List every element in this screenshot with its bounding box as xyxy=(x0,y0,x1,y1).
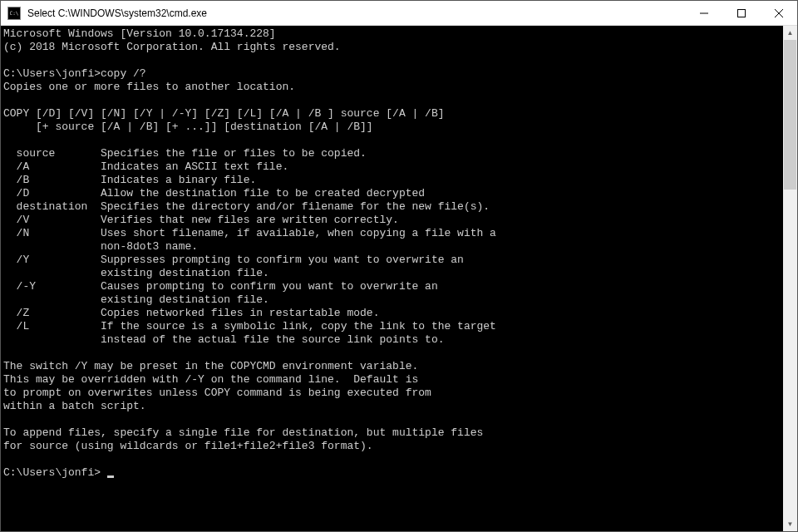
scrollbar-up-arrow[interactable]: ▲ xyxy=(783,26,797,40)
close-icon xyxy=(775,9,783,17)
scrollbar[interactable]: ▲ ▼ xyxy=(783,26,797,531)
titlebar[interactable]: Select C:\WINDOWS\system32\cmd.exe xyxy=(1,1,797,26)
minimize-icon xyxy=(700,9,708,17)
maximize-icon xyxy=(737,9,746,17)
window-controls xyxy=(685,1,797,25)
window-title: Select C:\WINDOWS\system32\cmd.exe xyxy=(26,7,685,19)
cursor xyxy=(107,475,114,478)
maximize-button[interactable] xyxy=(722,1,760,25)
minimize-button[interactable] xyxy=(685,1,722,25)
svg-rect-1 xyxy=(737,9,745,17)
terminal-area: Microsoft Windows [Version 10.0.17134.22… xyxy=(1,26,797,531)
terminal-output[interactable]: Microsoft Windows [Version 10.0.17134.22… xyxy=(1,26,783,531)
cmd-icon xyxy=(7,7,21,20)
close-button[interactable] xyxy=(760,1,797,25)
scrollbar-thumb[interactable] xyxy=(784,40,796,190)
cmd-window: Select C:\WINDOWS\system32\cmd.exe Micro… xyxy=(0,0,798,532)
scrollbar-down-arrow[interactable]: ▼ xyxy=(783,517,797,531)
